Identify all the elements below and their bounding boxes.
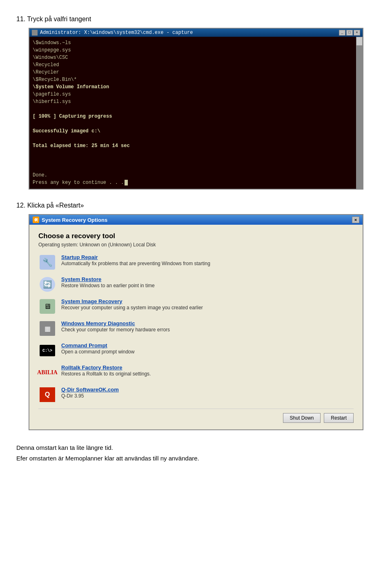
system-restore-icon: 🔄 <box>38 276 56 293</box>
cmd-line-2: \winpepge.sys <box>33 47 353 54</box>
startup-icon: 🔧 <box>38 254 56 270</box>
recovery-titlebar: 🛠 System Recovery Options × <box>29 215 363 225</box>
recovery-window: 🛠 System Recovery Options × Choose a rec… <box>29 214 363 430</box>
cmd-line-9: \hiberfil.sys <box>33 98 353 105</box>
restart-button[interactable]: Restart <box>324 413 354 423</box>
startup-repair-desc: Automatically fix problems that are prev… <box>61 261 354 266</box>
cmd-line-done: Done. <box>33 172 353 179</box>
cmd-close-btn[interactable]: × <box>354 30 360 36</box>
cmd-line-elapsed: Total elapsed time: 25 min 14 sec <box>33 142 353 150</box>
startup-repair-link[interactable]: Startup Repair <box>61 254 354 260</box>
system-restore-desc: Restore Windows to an earlier point in t… <box>61 283 354 288</box>
shutdown-button[interactable]: Shut Down <box>283 413 321 423</box>
cmd-line-4: \Recycled <box>33 61 353 69</box>
system-image-icon: 🖥 <box>38 298 56 315</box>
recovery-item-qdir: Q Q-Dir SoftwareOK.com Q-Dir 3.95 <box>38 387 354 403</box>
recovery-os-subtitle: Operating system: Unknown on (Unknown) L… <box>38 242 354 248</box>
footer-line2: Efer omstarten är Memoplanner klar att a… <box>16 453 376 464</box>
cmd-minimize-btn[interactable]: _ <box>339 30 345 36</box>
rolltalk-desc: Restores a Rolltalk to its original sett… <box>61 371 354 377</box>
cmd-titlebar: Administrator: X:\windows\system32\cmd.e… <box>29 29 363 37</box>
step12-label: 12. Klicka på «Restart» <box>16 202 376 209</box>
recovery-close-btn[interactable]: × <box>352 217 359 223</box>
recovery-item-rolltalk: ABILIA Rolltalk Factory Restore Restores… <box>38 364 354 381</box>
cursor <box>125 180 128 185</box>
memory-diagnostic-icon: ▦ <box>38 320 56 337</box>
cmd-line-success: Successfully imaged c:\ <box>33 127 353 135</box>
qdir-icon: Q <box>38 387 56 403</box>
system-image-desc: Recover your computer using a system ima… <box>61 305 354 311</box>
recovery-main-title: Choose a recovery tool <box>38 232 354 240</box>
memory-diagnostic-link[interactable]: Windows Memory Diagnostic <box>61 320 354 326</box>
command-prompt-link[interactable]: Command Prompt <box>61 342 354 349</box>
command-prompt-desc: Open a command prompt window <box>61 349 354 355</box>
cmd-titlebar-icon <box>32 30 38 36</box>
cmd-window: Administrator: X:\windows\system32\cmd.e… <box>29 28 363 190</box>
command-prompt-icon: C:\> <box>38 342 56 359</box>
recovery-footer: Shut Down Restart <box>38 409 354 423</box>
recovery-titlebar-icon: 🛠 <box>33 217 39 223</box>
recovery-item-image: 🖥 System Image Recovery Recover your com… <box>38 298 354 315</box>
recovery-item-memory: ▦ Windows Memory Diagnostic Check your c… <box>38 320 354 337</box>
system-restore-link[interactable]: System Restore <box>61 276 354 282</box>
recovery-item-restore: 🔄 System Restore Restore Windows to an e… <box>38 276 354 293</box>
cmd-window-controls[interactable]: _ □ × <box>339 30 360 36</box>
step11-label: 11. Tryck på valfri tangent <box>16 16 376 23</box>
cmd-line-6: \$Recycle.Bin\* <box>33 76 353 83</box>
cmd-title-text: Administrator: X:\windows\system32\cmd.e… <box>40 30 193 36</box>
recovery-item-startup: 🔧 Startup Repair Automatically fix probl… <box>38 254 354 270</box>
cmd-line-3: \Windows\CSC <box>33 54 353 61</box>
cmd-maximize-btn[interactable]: □ <box>346 30 353 36</box>
cmd-line-5: \Recycler <box>33 69 353 76</box>
footer-line1: Denna omstart kan ta lite längre tid. <box>16 442 376 453</box>
recovery-body: Choose a recovery tool Operating system:… <box>29 225 363 429</box>
cmd-scrollbar[interactable] <box>356 37 363 189</box>
recovery-item-cmd: C:\> Command Prompt Open a command promp… <box>38 342 354 359</box>
rolltalk-link[interactable]: Rolltalk Factory Restore <box>61 364 354 371</box>
cmd-line-8: \pagefile.sys <box>33 91 353 98</box>
memory-diagnostic-desc: Check your computer for memory hardware … <box>61 327 354 333</box>
rolltalk-icon: ABILIA <box>38 364 56 381</box>
system-image-link[interactable]: System Image Recovery <box>61 298 354 304</box>
recovery-title-text: System Recovery Options <box>42 217 107 223</box>
footer-text: Denna omstart kan ta lite längre tid. Ef… <box>16 442 376 463</box>
cmd-body: \$windows.~ls \winpepge.sys \Windows\CSC… <box>29 37 356 189</box>
qdir-link[interactable]: Q-Dir SoftwareOK.com <box>61 387 354 393</box>
cmd-line-continue: Press any key to continue . . . <box>33 179 353 186</box>
cmd-line-7: \$ystem Volume Information <box>33 83 353 91</box>
cmd-line-1: \$windows.~ls <box>33 39 353 47</box>
cmd-scroll-thumb[interactable] <box>356 37 362 45</box>
cmd-line-progress: [ 100% ] Capturing progress <box>33 113 353 120</box>
qdir-desc: Q-Dir 3.95 <box>61 393 354 399</box>
